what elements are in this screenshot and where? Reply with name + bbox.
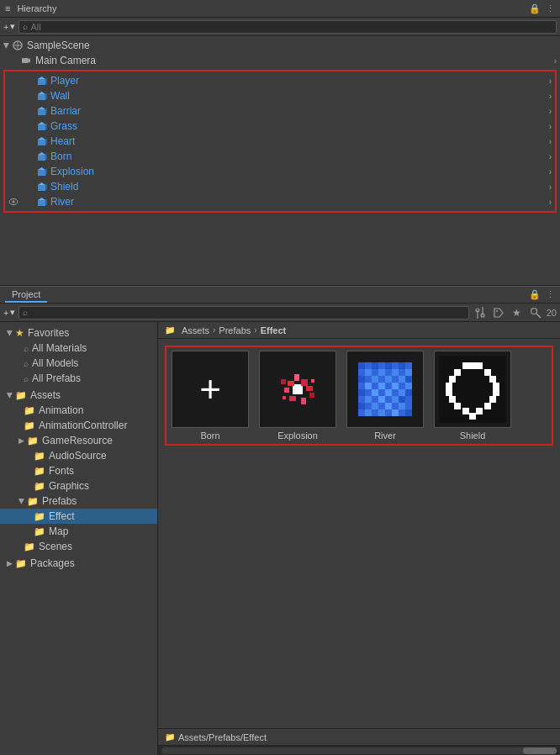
packages-arrow: ▶ [7, 559, 13, 568]
project-search-input[interactable] [29, 308, 464, 318]
main-camera-arrow: › [554, 56, 557, 66]
svg-marker-23 [45, 168, 47, 176]
hierarchy-player-item[interactable]: Player › [5, 73, 555, 88]
breadcrumb-assets[interactable]: Assets [182, 325, 209, 335]
svg-rect-100 [392, 396, 399, 403]
svg-marker-26 [45, 183, 47, 191]
svg-rect-135 [462, 408, 469, 414]
svg-rect-53 [311, 379, 314, 383]
svg-rect-63 [358, 369, 365, 376]
svg-rect-86 [405, 383, 412, 389]
river-arrow: › [549, 198, 552, 207]
sidebar-animation-item[interactable]: 📁 Animation [0, 403, 157, 418]
sidebar-graphics-item[interactable]: 📁 Graphics [0, 478, 157, 494]
sidebar-audiosource-item[interactable]: 📁 AudioSource [0, 448, 157, 463]
svg-rect-91 [385, 389, 392, 396]
sidebar-all-materials-item[interactable]: ⌕ All Materials [0, 341, 157, 356]
hierarchy-search-icon: ⌕ [23, 22, 28, 31]
svg-rect-99 [385, 396, 392, 403]
hierarchy-grass-item[interactable]: Grass › [5, 119, 555, 134]
sidebar-packages-item[interactable]: ▶ 📁 Packages [0, 556, 157, 571]
project-content: 📁 Assets › Prefabs › Effect + [158, 322, 560, 755]
player-cube-icon [35, 75, 47, 87]
sidebar-all-models-item[interactable]: ⌕ All Models [0, 356, 157, 371]
hierarchy-main-camera-item[interactable]: Main Camera › [0, 53, 560, 68]
svg-rect-67 [385, 369, 392, 376]
svg-marker-22 [38, 167, 45, 170]
svg-rect-48 [301, 398, 306, 404]
project-tab[interactable]: Project [5, 287, 47, 303]
hierarchy-born-item[interactable]: Born › [5, 149, 555, 164]
sidebar-effect-item[interactable]: 📁 Effect [0, 509, 157, 524]
project-header: Project 🔒 ⋮ [0, 286, 560, 304]
sidebar-gameresource-label: GameResource [42, 435, 113, 446]
hierarchy-river-item[interactable]: River › [5, 194, 555, 209]
asset-born-item[interactable]: + Born [170, 351, 251, 441]
project-scrollbar[interactable] [158, 745, 560, 755]
svg-rect-85 [399, 383, 405, 389]
hierarchy-search-input[interactable] [30, 22, 552, 32]
svg-rect-60 [392, 362, 399, 369]
svg-rect-81 [372, 383, 378, 389]
bottom-path-text: Assets/Prefabs/Effect [178, 732, 267, 742]
svg-rect-94 [405, 389, 412, 396]
hierarchy-scene-name: SampleScene [27, 40, 90, 51]
sidebar-all-prefabs-item[interactable]: ⌕ All Prefabs [0, 371, 157, 386]
heart-cube-icon [35, 135, 47, 147]
sidebar-map-item[interactable]: 📁 Map [0, 524, 157, 539]
hierarchy-shield-item[interactable]: Shield › [5, 179, 555, 194]
sidebar-all-materials-label: All Materials [32, 342, 87, 354]
svg-marker-31 [45, 198, 47, 206]
sidebar-fonts-item[interactable]: 📁 Fonts [0, 463, 157, 478]
scrollbar-thumb[interactable] [523, 747, 557, 754]
asset-shield-item[interactable]: Shield [432, 351, 513, 441]
svg-rect-50 [281, 379, 286, 384]
sidebar-prefabs-item[interactable]: ▶ 📁 Prefabs [0, 494, 157, 509]
asset-grid-group: + Born [165, 346, 553, 446]
explosion-preview-svg [264, 356, 331, 423]
project-zoom-icon[interactable] [528, 305, 543, 320]
svg-rect-129 [446, 389, 452, 396]
svg-rect-21 [38, 170, 45, 176]
hierarchy-wall-item[interactable]: Wall › [5, 88, 555, 103]
favorites-arrow: ▶ [6, 330, 14, 336]
project-add-button[interactable]: + ▾ [3, 307, 15, 318]
svg-rect-70 [405, 369, 412, 376]
sidebar-scenes-item[interactable]: 📁 Scenes [0, 539, 157, 554]
project-label-icon[interactable] [491, 305, 506, 320]
born-cube-icon [35, 150, 47, 162]
svg-marker-5 [45, 77, 47, 85]
sidebar-assets-item[interactable]: ▶ 📁 Assets [0, 388, 157, 403]
player-arrow: › [549, 77, 552, 86]
river-preview-svg [351, 356, 419, 423]
hierarchy-lock-icon[interactable]: 🔒 [529, 3, 541, 14]
project-tab-label: Project [12, 289, 40, 299]
scrollbar-track[interactable] [161, 747, 557, 754]
sidebar-gameresource-item[interactable]: ▶ 📁 GameResource [0, 433, 157, 448]
project-filter-icon[interactable] [473, 305, 488, 320]
svg-rect-109 [399, 403, 405, 409]
svg-rect-29 [38, 200, 45, 206]
svg-rect-87 [358, 389, 365, 396]
hierarchy-heart-item[interactable]: Heart › [5, 134, 555, 149]
hierarchy-more-icon[interactable]: ⋮ [546, 3, 555, 14]
project-more-icon[interactable]: ⋮ [546, 289, 555, 300]
hierarchy-add-button[interactable]: + ▾ [3, 21, 15, 32]
svg-rect-125 [449, 376, 456, 383]
project-lock-icon[interactable]: 🔒 [529, 289, 541, 300]
sidebar-animationcontroller-item[interactable]: 📁 AnimationController [0, 418, 157, 433]
project-star-filter-icon[interactable]: ★ [510, 305, 525, 320]
project-toolbar-icons: ★ 20 [473, 305, 557, 320]
svg-rect-59 [385, 362, 392, 369]
svg-rect-45 [284, 388, 289, 393]
sidebar-favorites-item[interactable]: ▶ ★ Favorites [0, 325, 157, 341]
breadcrumb-prefabs[interactable]: Prefabs [219, 325, 251, 335]
hierarchy-explosion-item[interactable]: Explosion › [5, 164, 555, 179]
favorites-star-icon: ★ [15, 327, 24, 339]
asset-river-item[interactable]: River [345, 351, 425, 441]
svg-rect-130 [493, 389, 499, 396]
hierarchy-scene-item[interactable]: ▶ SampleScene [0, 38, 560, 53]
animation-folder-icon: 📁 [24, 405, 35, 416]
hierarchy-barriar-item[interactable]: Barriar › [5, 103, 555, 119]
asset-explosion-item[interactable]: Explosion [257, 351, 338, 441]
